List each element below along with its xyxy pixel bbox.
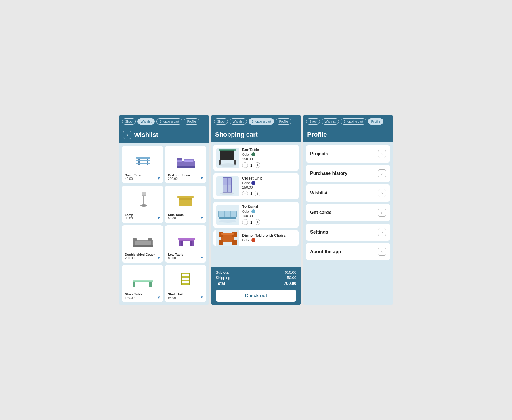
total-row: Total 700.00 — [216, 281, 296, 286]
profile-nav: Shop Wishlist Shopping cart Profile — [303, 115, 393, 128]
nav-shop-wishlist[interactable]: Shop — [122, 118, 136, 125]
qty-decrease[interactable]: − — [242, 219, 248, 225]
svg-point-15 — [140, 204, 147, 207]
svg-point-51 — [220, 192, 234, 195]
profile-panel: Shop Wishlist Shopping cart Profile Prof… — [303, 115, 393, 305]
svg-rect-17 — [179, 200, 192, 206]
cart-item-dinner-table: Dinner Table with Chairs Color — [213, 230, 299, 246]
item-price: 30.00 — [125, 217, 133, 220]
wishlist-item[interactable]: Side Table 50.00 ♥ — [165, 186, 206, 223]
item-name: Low Table — [168, 253, 183, 256]
profile-content: Projects › Purchase history › Wishlist ›… — [303, 142, 393, 305]
qty-increase[interactable]: + — [255, 219, 260, 225]
subtotal-row: Subtotal 650.00 — [216, 270, 296, 274]
cart-item-color-row: Color — [242, 181, 296, 185]
svg-rect-52 — [219, 211, 236, 217]
nav-shop-cart[interactable]: Shop — [214, 118, 228, 125]
svg-rect-23 — [135, 241, 151, 245]
item-name: Double sided Couch — [125, 253, 155, 256]
menu-item-about[interactable]: About the app › — [306, 243, 390, 260]
profile-header: Profile — [303, 128, 393, 142]
svg-rect-35 — [181, 273, 190, 274]
wishlist-heart[interactable]: ♥ — [201, 215, 203, 220]
qty-decrease[interactable]: − — [242, 162, 248, 168]
cart-title: Shopping cart — [215, 131, 258, 138]
cart-item-name: Closet Unit — [242, 176, 296, 180]
color-swatch — [251, 181, 255, 185]
color-label: Color — [242, 210, 250, 213]
svg-rect-14 — [143, 196, 144, 205]
nav-profile-cart[interactable]: Profile — [276, 118, 291, 125]
arrow-icon: › — [378, 169, 386, 177]
wishlist-heart[interactable]: ♥ — [158, 215, 160, 220]
nav-cart-active[interactable]: Shopping cart — [249, 118, 274, 125]
nav-profile-wishlist[interactable]: Profile — [184, 118, 199, 125]
menu-item-gift-cards[interactable]: Gift cards › — [306, 204, 390, 221]
cart-item-closet: Closet Unit Color 150.00 − 1 + — [213, 173, 299, 199]
menu-item-settings[interactable]: Settings › — [306, 224, 390, 241]
item-price: 85.00 — [168, 256, 176, 260]
svg-rect-10 — [177, 160, 182, 162]
back-button[interactable]: < — [123, 131, 131, 139]
nav-wishlist-profile[interactable]: Wishlist — [322, 118, 339, 125]
color-swatch — [251, 152, 255, 156]
wishlist-title: Wishlist — [134, 131, 158, 139]
svg-rect-38 — [181, 283, 190, 285]
wishlist-heart[interactable]: ♥ — [201, 255, 203, 260]
nav-wishlist-cart[interactable]: Wishlist — [230, 118, 247, 125]
checkout-button[interactable]: Check out — [216, 290, 296, 302]
wishlist-heart[interactable]: ♥ — [158, 295, 160, 299]
qty-decrease[interactable]: − — [242, 191, 248, 196]
qty-control: − 1 + — [242, 162, 296, 168]
svg-rect-56 — [219, 217, 236, 219]
cart-footer: Subtotal 650.00 Shipping 50.00 Total 700… — [211, 267, 301, 305]
wishlist-heart[interactable]: ♥ — [158, 255, 160, 260]
wishlist-heart[interactable]: ♥ — [201, 176, 203, 180]
svg-rect-29 — [190, 241, 192, 246]
qty-increase[interactable]: + — [255, 191, 260, 196]
arrow-icon: › — [378, 189, 386, 197]
wishlist-item[interactable]: Low Table 85.00 ♥ — [165, 225, 206, 263]
wishlist-item[interactable]: Small Table 40.00 ♥ — [122, 146, 163, 183]
item-name: Lamp — [125, 213, 133, 217]
color-swatch — [251, 238, 255, 242]
nav-wishlist-active[interactable]: Wishlist — [137, 118, 155, 125]
wishlist-grid: Small Table 40.00 ♥ — [119, 143, 209, 305]
wishlist-item[interactable]: Glass Table 120.00 ♥ — [122, 265, 163, 302]
nav-profile-active[interactable]: Profile — [368, 118, 383, 125]
wishlist-item[interactable]: Double sided Couch 200.00 ♥ — [122, 225, 163, 263]
svg-rect-28 — [181, 241, 183, 246]
svg-rect-62 — [232, 240, 237, 245]
item-image — [168, 188, 203, 211]
item-image — [125, 228, 160, 251]
svg-rect-40 — [189, 273, 190, 285]
arrow-icon: › — [378, 209, 386, 217]
menu-item-purchase-history[interactable]: Purchase history › — [306, 165, 390, 182]
item-name: Glass Table — [125, 293, 142, 296]
profile-title: Profile — [307, 131, 327, 138]
item-image — [168, 149, 203, 172]
nav-shop-profile[interactable]: Shop — [306, 118, 320, 125]
wishlist-heart[interactable]: ♥ — [201, 295, 203, 299]
item-name: Side Table — [168, 213, 184, 217]
item-price: 40.00 — [125, 177, 133, 180]
cart-item-color-row: Color — [242, 152, 296, 156]
item-image — [168, 268, 203, 291]
qty-increase[interactable]: + — [255, 162, 260, 168]
cart-item-price: 150.00 — [242, 186, 296, 190]
menu-item-projects[interactable]: Projects › — [306, 145, 390, 163]
svg-rect-36 — [181, 276, 190, 278]
arrow-icon: › — [378, 228, 386, 236]
wishlist-item[interactable]: Lamp 30.00 ♥ — [122, 186, 163, 223]
profile-menu: Projects › Purchase history › Wishlist ›… — [303, 142, 393, 263]
wishlist-item[interactable]: Bed and Frame 200.00 ♥ — [165, 146, 206, 183]
svg-rect-13 — [142, 195, 146, 196]
menu-label: Purchase history — [310, 171, 347, 176]
wishlist-item[interactable]: Shelf Unit 95.00 ♥ — [165, 265, 206, 302]
cart-item-name: Tv Stand — [242, 205, 296, 209]
nav-cart-profile[interactable]: Shopping cart — [341, 118, 366, 125]
menu-item-wishlist[interactable]: Wishlist › — [306, 184, 390, 202]
svg-rect-30 — [178, 238, 195, 240]
wishlist-heart[interactable]: ♥ — [158, 176, 160, 180]
nav-cart-wishlist[interactable]: Shopping cart — [156, 118, 182, 125]
